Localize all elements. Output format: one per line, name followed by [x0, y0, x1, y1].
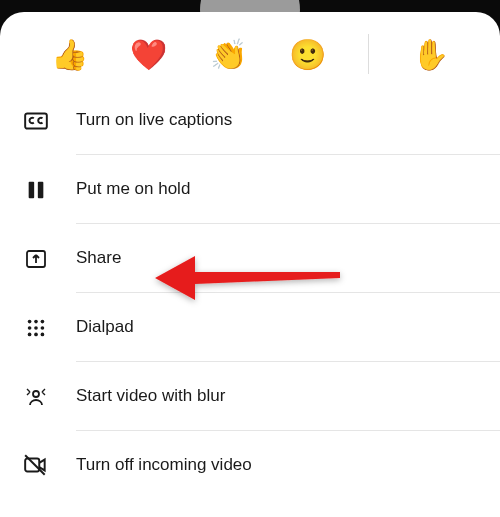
- svg-point-13: [33, 391, 39, 397]
- svg-point-4: [28, 319, 32, 323]
- menu-item-hold[interactable]: Put me on hold: [22, 155, 500, 224]
- svg-rect-1: [29, 181, 35, 198]
- reaction-raise-hand[interactable]: ✋: [412, 37, 449, 72]
- menu-item-share[interactable]: Share: [22, 224, 500, 293]
- reaction-heart[interactable]: ❤️: [130, 37, 167, 72]
- svg-rect-0: [25, 113, 47, 128]
- reaction-bar: 👍 ❤️ 👏 🙂 ✋: [0, 12, 500, 86]
- dialpad-icon: [22, 314, 50, 342]
- svg-rect-2: [38, 181, 44, 198]
- svg-point-9: [41, 326, 45, 330]
- menu-item-dialpad[interactable]: Dialpad: [22, 293, 500, 362]
- menu-label: Start video with blur: [76, 386, 225, 405]
- captions-icon: [22, 107, 50, 135]
- pause-icon: [22, 176, 50, 204]
- svg-rect-14: [25, 459, 39, 472]
- svg-point-12: [41, 332, 45, 336]
- divider: [368, 34, 369, 74]
- svg-point-7: [28, 326, 32, 330]
- menu-item-captions[interactable]: Turn on live captions: [22, 86, 500, 155]
- share-icon: [22, 245, 50, 273]
- menu-label: Put me on hold: [76, 179, 190, 198]
- menu-list: Turn on live captions Put me on hold: [0, 86, 500, 499]
- svg-point-5: [34, 319, 38, 323]
- svg-point-8: [34, 326, 38, 330]
- menu-label: Share: [76, 248, 121, 267]
- video-off-icon: [22, 451, 50, 479]
- svg-point-6: [41, 319, 45, 323]
- menu-label: Turn off incoming video: [76, 455, 252, 474]
- svg-point-10: [28, 332, 32, 336]
- menu-label: Turn on live captions: [76, 110, 232, 129]
- blur-icon: [22, 383, 50, 411]
- menu-label: Dialpad: [76, 317, 134, 336]
- action-sheet: 👍 ❤️ 👏 🙂 ✋ Turn on live captions: [0, 12, 500, 517]
- svg-point-11: [34, 332, 38, 336]
- reaction-clap[interactable]: 👏: [210, 37, 247, 72]
- reaction-thumbs-up[interactable]: 👍: [51, 37, 88, 72]
- menu-item-incoming-off[interactable]: Turn off incoming video: [22, 431, 500, 499]
- reaction-smile[interactable]: 🙂: [289, 37, 326, 72]
- menu-item-blur[interactable]: Start video with blur: [22, 362, 500, 431]
